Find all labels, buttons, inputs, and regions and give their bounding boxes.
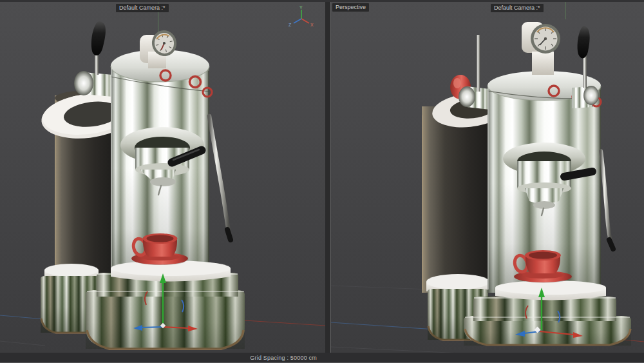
pressure-gauge[interactable]: [522, 22, 560, 75]
steam-wand[interactable]: [209, 116, 231, 240]
steam-lever[interactable]: [572, 26, 599, 108]
espresso-machine-left[interactable]: [35, 13, 280, 353]
portafilter-handle[interactable]: [564, 172, 592, 177]
grid-spacing-label: Grid Spacing : 50000 cm: [0, 355, 317, 361]
chrome-base[interactable]: [86, 273, 245, 349]
viewport-left[interactable]: Default Camera :* Y X Z: [0, 2, 325, 353]
lever-rod-rear[interactable]: [477, 35, 480, 92]
top-edge-strip: [0, 0, 644, 2]
viewport-canvas: Default Camera :* Y X Z: [0, 0, 644, 363]
camera-label-right[interactable]: Default Camera :*: [491, 4, 544, 12]
chrome-base[interactable]: [464, 297, 631, 346]
steam-wand[interactable]: [601, 151, 613, 249]
axis-z-label: Z: [289, 23, 292, 27]
viewport-divider[interactable]: [325, 0, 331, 363]
axis-x-label: X: [310, 23, 314, 27]
rear-tank[interactable]: [422, 106, 488, 293]
camera-label-left[interactable]: Default Camera :*: [116, 4, 169, 12]
view-mode-label[interactable]: Perspective: [332, 3, 369, 12]
steam-lever[interactable]: [74, 21, 113, 97]
status-bar: Grid Spacing : 50000 cm: [0, 353, 644, 363]
axis-y-label: Y: [299, 5, 303, 10]
drip-tray[interactable]: [495, 280, 606, 300]
viewport-right[interactable]: Perspective Default Camera :*: [331, 2, 644, 353]
world-axis-gizmo: Y X Z: [287, 5, 316, 32]
espresso-machine-right[interactable]: [417, 22, 636, 351]
